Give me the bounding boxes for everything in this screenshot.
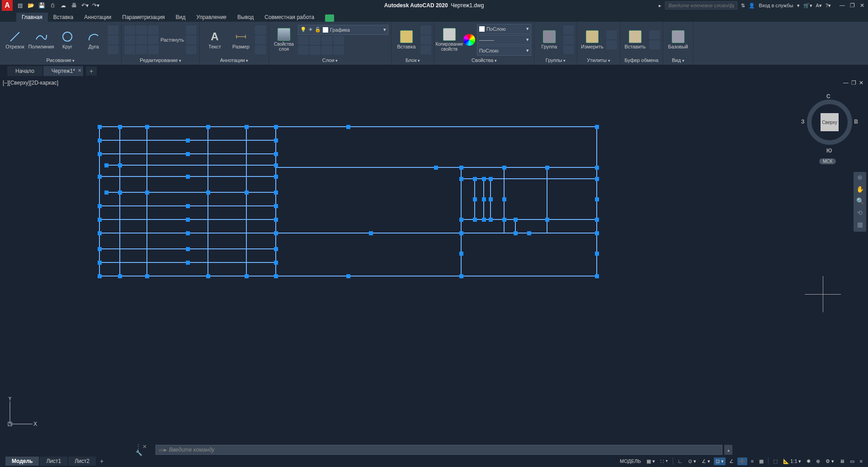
layer-iso-icon[interactable] bbox=[298, 46, 309, 55]
dyn-input-icon[interactable]: ➕ bbox=[737, 457, 747, 465]
measure-button[interactable]: Измерить bbox=[580, 25, 604, 54]
move-icon[interactable] bbox=[124, 25, 135, 34]
line-button[interactable]: Отрезок bbox=[3, 25, 27, 54]
layout-model[interactable]: Модель bbox=[5, 457, 39, 466]
group-sel-icon[interactable] bbox=[563, 45, 574, 54]
select-icon[interactable] bbox=[606, 30, 617, 39]
cart-icon[interactable]: 🛒▾ bbox=[803, 3, 812, 9]
osnap-icon[interactable]: ⊡ ▾ bbox=[714, 457, 726, 465]
tab-view[interactable]: Вид bbox=[170, 13, 191, 22]
offset-icon[interactable] bbox=[186, 45, 197, 54]
annovisible-icon[interactable]: ✱ bbox=[805, 457, 812, 465]
panel-groups-title[interactable]: Группы bbox=[546, 57, 566, 63]
scale-icon[interactable] bbox=[136, 45, 147, 54]
drawing-canvas[interactable] bbox=[0, 77, 868, 443]
tab-home[interactable]: Главная bbox=[16, 13, 48, 22]
hatch-icon[interactable] bbox=[108, 35, 118, 44]
explode-icon[interactable] bbox=[186, 35, 197, 44]
panel-props-title[interactable]: Свойства bbox=[472, 57, 497, 63]
tab-close-icon[interactable]: ✕ bbox=[78, 68, 81, 73]
layer-thaw-icon[interactable] bbox=[310, 46, 321, 55]
user-icon[interactable]: 👤 bbox=[749, 3, 755, 9]
qat-redo-icon[interactable]: ↷▾ bbox=[91, 1, 100, 10]
search-input[interactable] bbox=[665, 1, 737, 10]
erase-icon[interactable] bbox=[186, 25, 197, 34]
app-exchange-icon[interactable]: A▾ bbox=[816, 3, 822, 9]
annoauto-icon[interactable]: ⊕ bbox=[814, 457, 822, 465]
rect-icon[interactable] bbox=[108, 25, 118, 34]
customize-icon[interactable]: ≡ bbox=[858, 457, 864, 465]
panel-draw-title[interactable]: Рисование bbox=[47, 57, 75, 63]
tab-collaborate[interactable]: Совместная работа bbox=[259, 13, 320, 22]
leader-icon[interactable] bbox=[255, 25, 266, 34]
status-model[interactable]: МОДЕЛЬ bbox=[618, 457, 643, 465]
layer-lock-icon[interactable] bbox=[321, 36, 332, 45]
attr-icon[interactable] bbox=[420, 45, 431, 54]
qat-saveas-icon[interactable]: ⎙ bbox=[48, 1, 57, 10]
layer-make-icon[interactable] bbox=[333, 36, 344, 45]
fillet-icon[interactable] bbox=[148, 35, 159, 44]
polar-icon[interactable]: ⊙ ▾ bbox=[686, 457, 698, 465]
add-layout-button[interactable]: + bbox=[97, 457, 107, 466]
layer-props-button[interactable]: Свойства слоя bbox=[272, 25, 296, 54]
tab-manage[interactable]: Управление bbox=[191, 13, 232, 22]
group-edit-icon[interactable] bbox=[563, 35, 574, 44]
cmd-handle-icon[interactable]: ⋮ ✕ 🔧 bbox=[136, 445, 154, 455]
qat-open-icon[interactable]: 📂 bbox=[26, 1, 35, 10]
tab-start[interactable]: Начало bbox=[7, 66, 42, 76]
base-view-button[interactable]: Базовый bbox=[666, 25, 690, 54]
express-tools-icon[interactable] bbox=[325, 14, 334, 22]
grid-icon[interactable]: ▦ ▾ bbox=[645, 457, 657, 465]
color-wheel-icon[interactable] bbox=[463, 34, 475, 46]
panel-layers-title[interactable]: Слои bbox=[322, 57, 338, 63]
workspace-icon[interactable]: ⚙ ▾ bbox=[824, 457, 836, 465]
qat-undo-icon[interactable]: ↶▾ bbox=[80, 1, 90, 10]
cleanscreen-icon[interactable]: ▭ bbox=[848, 457, 856, 465]
paste-button[interactable]: Вставить bbox=[623, 25, 647, 54]
layer-unlock-icon[interactable] bbox=[321, 46, 332, 55]
create-block-icon[interactable] bbox=[420, 25, 431, 34]
snap-icon[interactable]: ⸬ ▾ bbox=[659, 457, 670, 465]
otrack-icon[interactable]: ∠ bbox=[727, 457, 736, 465]
infocenter-icon[interactable]: ⇅ bbox=[741, 3, 745, 9]
search-arrow-icon[interactable]: ▸ bbox=[659, 3, 661, 9]
command-input[interactable]: ▭▸ Введите команду bbox=[156, 445, 722, 455]
layout-sheet1[interactable]: Лист1 bbox=[40, 457, 67, 466]
tab-annotate[interactable]: Аннотации bbox=[79, 13, 117, 22]
panel-utils-title[interactable]: Утилиты bbox=[587, 57, 610, 63]
ungroup-icon[interactable] bbox=[563, 25, 574, 34]
minimize-button[interactable]: — bbox=[838, 1, 846, 10]
cmd-history-button[interactable]: ▴ bbox=[724, 445, 732, 455]
copy-clip-icon[interactable] bbox=[649, 40, 660, 49]
rotate-icon[interactable] bbox=[136, 25, 147, 34]
mirror-icon[interactable] bbox=[136, 35, 147, 44]
monitor-icon[interactable]: 🖥 bbox=[838, 457, 846, 465]
lwt-icon[interactable]: ≡ bbox=[749, 457, 755, 465]
layer-freeze-icon[interactable] bbox=[310, 36, 321, 45]
ortho-icon[interactable]: ∟ bbox=[676, 457, 684, 465]
annoscale-icon[interactable]: 📐 1:1 ▾ bbox=[781, 457, 802, 465]
qat-cloud-icon[interactable]: ☁ bbox=[59, 1, 68, 10]
app-logo[interactable]: A bbox=[2, 0, 13, 11]
cloud-icon[interactable] bbox=[255, 45, 266, 54]
polyline-button[interactable]: Полилиния bbox=[29, 25, 53, 54]
array-icon[interactable] bbox=[148, 45, 159, 54]
qat-new-icon[interactable]: ▤ bbox=[15, 1, 24, 10]
arc-button[interactable]: Дуга bbox=[81, 25, 106, 54]
table-icon[interactable] bbox=[255, 35, 266, 44]
dimension-button[interactable]: Размер bbox=[229, 25, 253, 54]
isodraft-icon[interactable]: ∠ ▾ bbox=[700, 457, 712, 465]
insert-block-button[interactable]: Вставка bbox=[394, 25, 419, 54]
panel-annot-title[interactable]: Аннотации bbox=[220, 57, 249, 63]
drawing-area[interactable]: [–][Сверху][2D-каркас] — ❐ ✕ Сверху С Ю … bbox=[0, 77, 868, 443]
transparency-icon[interactable]: ▦ bbox=[757, 457, 765, 465]
new-tab-button[interactable]: + bbox=[86, 67, 97, 76]
tab-drawing1[interactable]: Чертеж1*✕ bbox=[43, 66, 83, 76]
layout-sheet2[interactable]: Лист2 bbox=[68, 457, 96, 466]
lineweight-dropdown[interactable]: ———▾ bbox=[477, 35, 531, 45]
ucs-icon[interactable]: YX bbox=[5, 397, 37, 430]
linetype-dropdown[interactable]: ПоСлою▾ bbox=[477, 46, 531, 56]
tab-parametric[interactable]: Параметризация bbox=[117, 13, 170, 22]
sel-cycle-icon[interactable]: ⬚ bbox=[771, 457, 779, 465]
copy-icon[interactable] bbox=[124, 35, 135, 44]
